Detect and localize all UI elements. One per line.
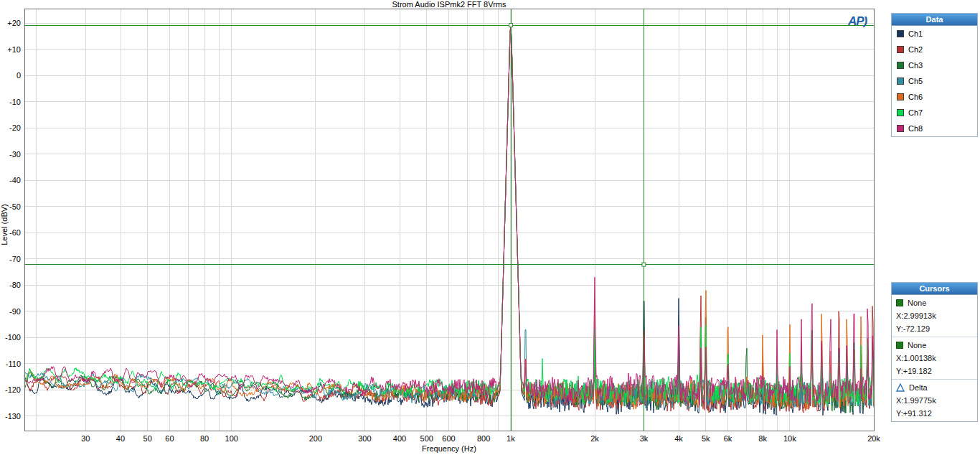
svg-text:60: 60 [165, 434, 174, 443]
cursor1-source-label[interactable]: None [908, 299, 926, 307]
svg-text:10k: 10k [783, 434, 796, 443]
svg-text:600: 600 [442, 434, 455, 443]
svg-text:-120: -120 [5, 385, 21, 394]
legend-label-ch7: Ch7 [908, 108, 923, 117]
svg-text:2k: 2k [590, 434, 599, 443]
svg-text:400: 400 [393, 434, 406, 443]
svg-text:0: 0 [17, 71, 21, 80]
fft-plot[interactable]: +20+100-10-20-30-40-50-60-70-80-90-100-1… [0, 0, 884, 455]
legend-label-ch8: Ch8 [908, 124, 923, 133]
svg-text:30: 30 [81, 434, 90, 443]
cursor2-marker-icon [896, 342, 903, 349]
svg-text:-30: -30 [9, 150, 21, 159]
svg-text:4k: 4k [674, 434, 683, 443]
cursor1-x-value: X:2.99913k [892, 309, 977, 322]
legend-swatch-ch6 [897, 93, 904, 100]
fft-analyzer-window: Strom Audio ISPmk2 FFT 8Vrms +20+100-10-… [0, 0, 980, 455]
legend-swatch-ch1 [897, 30, 904, 37]
data-panel: Data Ch1 Ch2 Ch3 Ch5 Ch6 [891, 13, 978, 137]
side-panels: Data Ch1 Ch2 Ch3 Ch5 Ch6 [884, 0, 980, 455]
svg-text:300: 300 [358, 434, 371, 443]
svg-text:-20: -20 [9, 123, 21, 132]
cursors-panel-header: Cursors [892, 283, 977, 295]
svg-text:50: 50 [143, 434, 152, 443]
svg-text:-100: -100 [5, 333, 21, 342]
svg-text:-60: -60 [9, 228, 21, 237]
svg-text:1k: 1k [507, 434, 515, 443]
cursor1-marker-icon [896, 299, 903, 306]
cursor-delta-entry: Delta X:1.99775k Y:+91.312 [892, 379, 977, 421]
legend-item-ch8[interactable]: Ch8 [892, 121, 977, 136]
legend-item-ch5[interactable]: Ch5 [892, 73, 977, 89]
legend-item-ch1[interactable]: Ch1 [892, 26, 977, 42]
svg-text:8k: 8k [758, 434, 767, 443]
cursors-panel: Cursors None X:2.99913k Y:-72.129 None X… [891, 282, 978, 422]
legend-swatch-ch2 [897, 46, 904, 53]
legend-label-ch1: Ch1 [908, 29, 923, 38]
legend-swatch-ch3 [897, 62, 904, 69]
svg-text:-40: -40 [9, 176, 21, 184]
legend-item-ch7[interactable]: Ch7 [892, 105, 977, 121]
cursor-delta-y-value: Y:+91.312 [892, 407, 977, 420]
legend-swatch-ch7 [897, 109, 904, 116]
svg-text:80: 80 [200, 434, 209, 443]
svg-text:100: 100 [225, 434, 238, 443]
svg-text:800: 800 [477, 434, 490, 443]
legend-swatch-ch8 [897, 125, 904, 132]
legend-item-ch2[interactable]: Ch2 [892, 42, 977, 57]
cursor2-x-value: X:1.00138k [892, 352, 977, 365]
svg-text:20k: 20k [867, 434, 880, 443]
cursor-delta-x-value: X:1.99775k [892, 394, 977, 407]
delta-triangle-icon [896, 383, 905, 392]
cursor2-source-label[interactable]: None [908, 341, 926, 350]
legend-label-ch6: Ch6 [908, 93, 923, 101]
channel-legend: Ch1 Ch2 Ch3 Ch5 Ch6 Ch7 [892, 26, 977, 136]
cursor-entry-1: None X:2.99913k Y:-72.129 [892, 295, 977, 337]
cursor-entry-2: None X:1.00138k Y:+19.182 [892, 337, 977, 379]
svg-text:-110: -110 [6, 360, 21, 368]
legend-swatch-ch5 [897, 78, 904, 85]
svg-text:-90: -90 [9, 307, 21, 316]
svg-text:3k: 3k [640, 434, 649, 443]
data-panel-header: Data [892, 14, 977, 26]
svg-text:-10: -10 [9, 98, 21, 106]
svg-text:200: 200 [309, 434, 322, 443]
chart-region: Strom Audio ISPmk2 FFT 8Vrms +20+100-10-… [0, 0, 884, 455]
svg-text:-70: -70 [9, 255, 21, 263]
legend-item-ch3[interactable]: Ch3 [892, 57, 977, 73]
cursor-delta-label: Delta [909, 383, 928, 392]
cursor2-y-value: Y:+19.182 [892, 365, 977, 377]
svg-text:5k: 5k [702, 434, 710, 443]
svg-text:40: 40 [116, 434, 125, 443]
svg-text:500: 500 [420, 434, 433, 443]
svg-text:+20: +20 [7, 19, 21, 27]
ap-logo: AP) [848, 14, 867, 29]
legend-label-ch3: Ch3 [908, 61, 923, 70]
legend-label-ch5: Ch5 [908, 77, 923, 85]
y-axis-label: Level (dBV) [0, 149, 9, 300]
svg-text:-130: -130 [5, 412, 21, 421]
legend-item-ch6[interactable]: Ch6 [892, 89, 977, 105]
svg-text:6k: 6k [724, 434, 732, 443]
svg-text:+10: +10 [7, 45, 21, 54]
svg-text:-80: -80 [9, 281, 21, 289]
legend-label-ch2: Ch2 [908, 45, 923, 54]
cursor1-y-value: Y:-72.129 [892, 322, 977, 335]
svg-text:-50: -50 [9, 202, 21, 211]
x-axis-label: Frequency (Hz) [24, 444, 874, 453]
